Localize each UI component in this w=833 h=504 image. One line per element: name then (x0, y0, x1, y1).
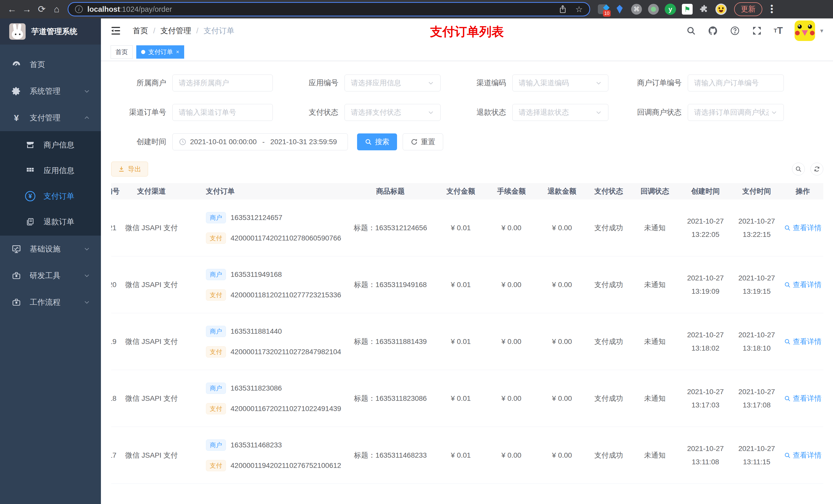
column-header-pay_status: 支付状态 (588, 183, 630, 199)
github-icon[interactable] (708, 26, 718, 36)
text-input[interactable] (179, 79, 266, 87)
url-text: localhost:1024/pay/order (87, 5, 172, 14)
sidebar-item-商户信息[interactable]: 商户信息 (0, 132, 101, 158)
column-header-refund: 退款金额 (537, 183, 588, 199)
tab-首页[interactable]: 首页 (111, 45, 133, 58)
input-渠道订单号[interactable] (172, 104, 273, 121)
cell-order: 商户1635311468233支付42000011942021102767521… (180, 427, 346, 483)
browser-menu-icon[interactable]: ••• (767, 4, 776, 14)
breadcrumb-item-支付管理[interactable]: 支付管理 (160, 26, 191, 36)
site-info-icon[interactable]: i (75, 5, 83, 13)
cell-refund: ¥ 0.00 (537, 427, 588, 483)
date-range-input[interactable]: 2021-10-01 00:00:00 - 2021-10-31 23:59:5… (172, 134, 348, 150)
pay-tag: 支付 (206, 346, 226, 358)
view-detail-link[interactable]: 查看详情 (784, 337, 822, 346)
close-tab-icon[interactable]: × (176, 49, 179, 55)
breadcrumb-item-首页[interactable]: 首页 (133, 26, 148, 36)
browser-reload-button[interactable]: ⟳ (34, 2, 49, 17)
merchant-order-line: 商户1635311881440 (206, 326, 282, 337)
toggle-search-button[interactable] (792, 163, 805, 175)
view-detail-link[interactable]: 查看详情 (784, 280, 822, 290)
table-row: 17微信 JSAPI 支付商户1635311468233支付4200001194… (111, 427, 823, 484)
search-button[interactable]: 搜索 (357, 134, 397, 150)
clock-icon (179, 138, 187, 146)
cell-amount: ¥ 0.01 (435, 427, 486, 483)
app-logo[interactable]: 芋道管理系统 (0, 19, 101, 45)
select-支付状态[interactable]: 请选择支付状态 (344, 104, 441, 121)
select-回调商户状态[interactable]: 请选择订单回调商户状态 (688, 104, 784, 121)
share-icon[interactable] (559, 5, 567, 14)
filter-label: 应用编号 (301, 78, 344, 88)
cell-refund: ¥ 0.00 (537, 370, 588, 427)
text-input[interactable] (694, 79, 778, 87)
sidebar-submenu: 商户信息应用信息¥支付订单退款订单 (0, 131, 101, 236)
browser-update-button[interactable]: 更新 (734, 2, 762, 16)
browser-back-button[interactable]: ← (5, 2, 20, 17)
select-应用编号[interactable]: 请选择应用信息 (344, 74, 441, 91)
view-detail-label: 查看详情 (793, 337, 822, 346)
chevron-down-icon (771, 109, 778, 116)
bookmark-star-icon[interactable]: ☆ (575, 4, 583, 14)
select-渠道编码[interactable]: 请输入渠道编码 (512, 74, 609, 91)
cell-id (111, 484, 123, 504)
select-退款状态[interactable]: 请选择退款状态 (512, 104, 609, 121)
sidebar-item-应用信息[interactable]: 应用信息 (0, 158, 101, 183)
recorder-extension-icon[interactable] (647, 3, 659, 15)
font-size-icon[interactable]: TT (774, 25, 783, 36)
address-bar[interactable]: i localhost:1024/pay/order ☆ (68, 2, 590, 16)
sidebar-item-系统管理[interactable]: 系统管理 (0, 78, 101, 104)
cell-title: 标题：1635311468233 (346, 427, 435, 483)
cell-notify-status: 未通知 (630, 199, 680, 256)
refresh-button[interactable] (810, 163, 823, 175)
avatar[interactable] (794, 21, 815, 41)
search-icon[interactable] (686, 26, 696, 35)
browser-home-button[interactable]: ⌂ (49, 2, 64, 17)
reset-button[interactable]: 重置 (403, 134, 443, 150)
sidebar-item-首页[interactable]: 首页 (0, 51, 101, 78)
cell-action (782, 484, 823, 504)
input-所属商户[interactable] (172, 74, 273, 91)
gem-extension-icon[interactable] (614, 3, 625, 15)
extension-collection-icon[interactable]: 10 (597, 3, 609, 15)
sidebar-item-工作流程[interactable]: 工作流程 (0, 289, 101, 315)
view-detail-link[interactable]: 查看详情 (784, 223, 822, 233)
merchant-order-no: 1635311823086 (231, 384, 282, 392)
select-placeholder: 请选择退款状态 (519, 107, 593, 117)
hangouts-extension-icon[interactable]: ⚑ (681, 3, 693, 15)
view-detail-link[interactable]: 查看详情 (784, 393, 822, 403)
tab-支付订单[interactable]: 支付订单× (136, 45, 184, 58)
text-input[interactable] (179, 108, 266, 117)
sidebar-item-label: 退款订单 (44, 217, 90, 227)
sidebar-item-研发工具[interactable]: 研发工具 (0, 262, 101, 289)
avatar-dropdown-icon[interactable]: ▾ (820, 27, 823, 34)
puzzle-extension-icon[interactable] (698, 3, 710, 15)
sidebar-item-退款订单[interactable]: 退款订单 (0, 209, 101, 235)
column-header-create_time: 创建时间 (680, 183, 731, 199)
view-detail-link[interactable]: 查看详情 (784, 451, 822, 460)
pay-tag: 支付 (206, 289, 226, 301)
sidebar-item-支付管理[interactable]: ¥支付管理 (0, 104, 101, 131)
cell-create-time: 2021-10-2713:19:09 (680, 256, 731, 313)
column-header-amount: 支付金额 (435, 183, 486, 199)
sidebar-item-label: 工作流程 (30, 297, 84, 308)
command-extension-icon[interactable]: ⌘ (630, 3, 642, 15)
fullscreen-icon[interactable] (752, 26, 762, 36)
emoji-extension-icon[interactable] (715, 3, 727, 15)
help-icon[interactable] (730, 26, 740, 36)
sidebar-item-label: 支付管理 (30, 113, 84, 123)
pay-order-line: 支付4200001181202110277723215336 (206, 289, 341, 301)
sidebar-item-基础设施[interactable]: 基础设施 (0, 236, 101, 262)
browser-forward-button[interactable]: → (20, 2, 34, 17)
pay-order-line: 支付4200001167202110271022491439 (206, 403, 341, 414)
tags-view: 首页支付订单× (101, 43, 833, 61)
export-button[interactable]: 导出 (111, 162, 148, 176)
cell-order: 商户1635311949168支付42000011812021102777232… (180, 256, 346, 313)
sidebar-collapse-icon[interactable] (111, 26, 121, 35)
chevron-down-icon (428, 80, 434, 86)
breadcrumb-separator: / (153, 26, 155, 35)
input-商户订单编号[interactable] (688, 74, 784, 91)
view-detail-label: 查看详情 (793, 280, 822, 290)
cell-channel: 微信 JSAPI 支付 (123, 256, 180, 313)
yuque-extension-icon[interactable]: y (664, 3, 676, 15)
sidebar-item-支付订单[interactable]: ¥支付订单 (0, 183, 101, 209)
